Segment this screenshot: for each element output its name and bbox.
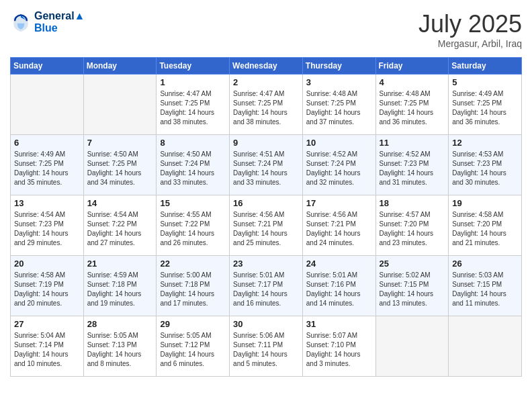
week-row-3: 13Sunrise: 4:54 AMSunset: 7:23 PMDayligh…	[11, 195, 522, 256]
calendar-cell: 23Sunrise: 5:01 AMSunset: 7:17 PMDayligh…	[230, 256, 303, 316]
cell-info: Sunrise: 4:48 AMSunset: 7:25 PMDaylight:…	[380, 89, 445, 127]
day-number: 5	[452, 77, 518, 87]
day-number: 14	[87, 198, 153, 208]
cell-info: Sunrise: 4:59 AMSunset: 7:18 PMDaylight:…	[87, 271, 153, 308]
calendar-cell	[83, 75, 157, 135]
cell-info: Sunrise: 4:56 AMSunset: 7:21 PMDaylight:…	[233, 210, 299, 248]
calendar-cell	[375, 316, 449, 377]
calendar-cell	[11, 75, 84, 135]
cell-info: Sunrise: 4:47 AMSunset: 7:25 PMDaylight:…	[233, 89, 299, 127]
cell-info: Sunrise: 4:50 AMSunset: 7:25 PMDaylight:…	[87, 150, 153, 187]
day-header-thursday: Thursday	[302, 58, 375, 75]
cell-info: Sunrise: 4:54 AMSunset: 7:22 PMDaylight:…	[87, 210, 153, 248]
day-header-wednesday: Wednesday	[230, 58, 303, 75]
page-header: General▲ Blue July 2025 Mergasur, Arbil,…	[10, 10, 522, 49]
cell-info: Sunrise: 4:52 AMSunset: 7:24 PMDaylight:…	[306, 150, 372, 187]
calendar-cell: 31Sunrise: 5:07 AMSunset: 7:10 PMDayligh…	[302, 316, 375, 377]
calendar-cell: 19Sunrise: 4:58 AMSunset: 7:20 PMDayligh…	[449, 195, 522, 256]
day-number: 9	[233, 138, 299, 148]
day-number: 21	[87, 259, 153, 269]
day-number: 24	[306, 259, 372, 269]
month-year: July 2025	[418, 10, 522, 38]
calendar-cell: 13Sunrise: 4:54 AMSunset: 7:23 PMDayligh…	[11, 195, 84, 256]
calendar-cell: 6Sunrise: 4:49 AMSunset: 7:25 PMDaylight…	[11, 135, 84, 195]
cell-info: Sunrise: 5:01 AMSunset: 7:17 PMDaylight:…	[233, 271, 299, 308]
day-number: 8	[160, 138, 226, 148]
logo-text: General▲ Blue	[34, 10, 85, 34]
day-header-saturday: Saturday	[449, 58, 522, 75]
calendar-cell: 20Sunrise: 4:58 AMSunset: 7:19 PMDayligh…	[11, 256, 84, 316]
cell-info: Sunrise: 5:00 AMSunset: 7:18 PMDaylight:…	[160, 271, 226, 308]
day-number: 30	[233, 319, 299, 329]
day-number: 6	[14, 138, 80, 148]
calendar-table: SundayMondayTuesdayWednesdayThursdayFrid…	[10, 57, 522, 377]
day-number: 10	[306, 138, 372, 148]
calendar-cell: 3Sunrise: 4:48 AMSunset: 7:25 PMDaylight…	[302, 75, 375, 135]
cell-info: Sunrise: 4:51 AMSunset: 7:24 PMDaylight:…	[233, 150, 299, 187]
cell-info: Sunrise: 4:54 AMSunset: 7:23 PMDaylight:…	[14, 210, 80, 248]
calendar-cell: 27Sunrise: 5:04 AMSunset: 7:14 PMDayligh…	[11, 316, 84, 377]
cell-info: Sunrise: 4:49 AMSunset: 7:25 PMDaylight:…	[14, 150, 80, 187]
calendar-cell	[449, 316, 522, 377]
day-number: 12	[452, 138, 518, 148]
day-number: 4	[380, 77, 445, 87]
day-header-friday: Friday	[375, 58, 449, 75]
day-number: 26	[452, 259, 518, 269]
calendar-cell: 1Sunrise: 4:47 AMSunset: 7:25 PMDaylight…	[157, 75, 230, 135]
calendar-cell: 16Sunrise: 4:56 AMSunset: 7:21 PMDayligh…	[230, 195, 303, 256]
logo-icon	[10, 11, 32, 33]
day-number: 19	[452, 198, 518, 208]
day-number: 20	[14, 259, 80, 269]
cell-info: Sunrise: 4:53 AMSunset: 7:23 PMDaylight:…	[452, 150, 518, 187]
day-number: 7	[87, 138, 153, 148]
calendar-cell: 22Sunrise: 5:00 AMSunset: 7:18 PMDayligh…	[157, 256, 230, 316]
calendar-cell: 15Sunrise: 4:55 AMSunset: 7:22 PMDayligh…	[157, 195, 230, 256]
calendar-cell: 21Sunrise: 4:59 AMSunset: 7:18 PMDayligh…	[83, 256, 157, 316]
calendar-cell: 18Sunrise: 4:57 AMSunset: 7:20 PMDayligh…	[375, 195, 449, 256]
day-number: 25	[380, 259, 445, 269]
calendar-cell: 25Sunrise: 5:02 AMSunset: 7:15 PMDayligh…	[375, 256, 449, 316]
day-number: 17	[306, 198, 372, 208]
calendar-cell: 29Sunrise: 5:05 AMSunset: 7:12 PMDayligh…	[157, 316, 230, 377]
calendar-cell: 26Sunrise: 5:03 AMSunset: 7:15 PMDayligh…	[449, 256, 522, 316]
calendar-cell: 9Sunrise: 4:51 AMSunset: 7:24 PMDaylight…	[230, 135, 303, 195]
cell-info: Sunrise: 4:56 AMSunset: 7:21 PMDaylight:…	[306, 210, 372, 248]
calendar-cell: 11Sunrise: 4:52 AMSunset: 7:23 PMDayligh…	[375, 135, 449, 195]
cell-info: Sunrise: 4:52 AMSunset: 7:23 PMDaylight:…	[380, 150, 445, 187]
title-block: July 2025 Mergasur, Arbil, Iraq	[418, 10, 522, 49]
calendar-cell: 24Sunrise: 5:01 AMSunset: 7:16 PMDayligh…	[302, 256, 375, 316]
week-row-4: 20Sunrise: 4:58 AMSunset: 7:19 PMDayligh…	[11, 256, 522, 316]
calendar-cell: 10Sunrise: 4:52 AMSunset: 7:24 PMDayligh…	[302, 135, 375, 195]
logo: General▲ Blue	[10, 10, 85, 34]
cell-info: Sunrise: 4:47 AMSunset: 7:25 PMDaylight:…	[160, 89, 226, 127]
day-number: 27	[14, 319, 80, 329]
day-number: 3	[306, 77, 372, 87]
day-number: 29	[160, 319, 226, 329]
cell-info: Sunrise: 5:05 AMSunset: 7:12 PMDaylight:…	[160, 331, 226, 369]
cell-info: Sunrise: 5:04 AMSunset: 7:14 PMDaylight:…	[14, 331, 80, 369]
calendar-cell: 4Sunrise: 4:48 AMSunset: 7:25 PMDaylight…	[375, 75, 449, 135]
calendar-cell: 2Sunrise: 4:47 AMSunset: 7:25 PMDaylight…	[230, 75, 303, 135]
cell-info: Sunrise: 4:58 AMSunset: 7:20 PMDaylight:…	[452, 210, 518, 248]
calendar-cell: 30Sunrise: 5:06 AMSunset: 7:11 PMDayligh…	[230, 316, 303, 377]
calendar-cell: 14Sunrise: 4:54 AMSunset: 7:22 PMDayligh…	[83, 195, 157, 256]
calendar-cell: 28Sunrise: 5:05 AMSunset: 7:13 PMDayligh…	[83, 316, 157, 377]
location: Mergasur, Arbil, Iraq	[418, 38, 522, 49]
day-number: 13	[14, 198, 80, 208]
cell-info: Sunrise: 4:55 AMSunset: 7:22 PMDaylight:…	[160, 210, 226, 248]
cell-info: Sunrise: 5:01 AMSunset: 7:16 PMDaylight:…	[306, 271, 372, 308]
day-number: 23	[233, 259, 299, 269]
calendar-cell: 17Sunrise: 4:56 AMSunset: 7:21 PMDayligh…	[302, 195, 375, 256]
cell-info: Sunrise: 4:49 AMSunset: 7:25 PMDaylight:…	[452, 89, 518, 127]
day-number: 18	[380, 198, 445, 208]
calendar-cell: 5Sunrise: 4:49 AMSunset: 7:25 PMDaylight…	[449, 75, 522, 135]
cell-info: Sunrise: 4:50 AMSunset: 7:24 PMDaylight:…	[160, 150, 226, 187]
week-row-2: 6Sunrise: 4:49 AMSunset: 7:25 PMDaylight…	[11, 135, 522, 195]
cell-info: Sunrise: 4:48 AMSunset: 7:25 PMDaylight:…	[306, 89, 372, 127]
header-row: SundayMondayTuesdayWednesdayThursdayFrid…	[11, 58, 522, 75]
week-row-1: 1Sunrise: 4:47 AMSunset: 7:25 PMDaylight…	[11, 75, 522, 135]
day-header-monday: Monday	[83, 58, 157, 75]
day-number: 11	[380, 138, 445, 148]
week-row-5: 27Sunrise: 5:04 AMSunset: 7:14 PMDayligh…	[11, 316, 522, 377]
day-header-sunday: Sunday	[11, 58, 84, 75]
